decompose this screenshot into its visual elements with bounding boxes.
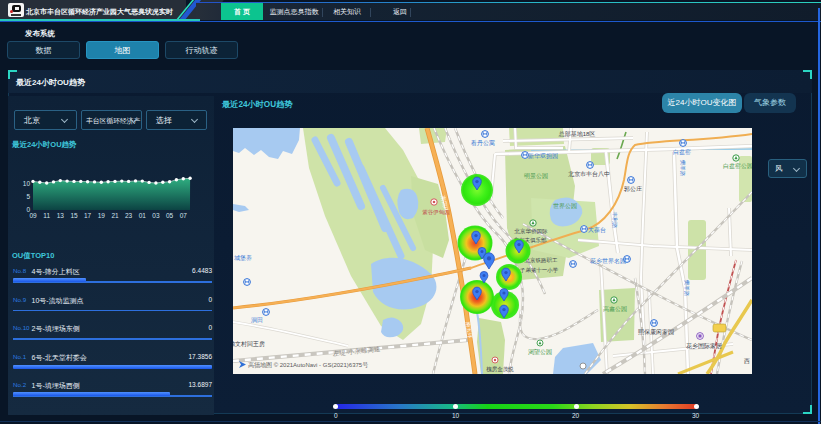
svg-text:15: 15 xyxy=(70,212,78,219)
svg-text:05: 05 xyxy=(166,212,174,219)
svg-text:紫谷伊甸园: 紫谷伊甸园 xyxy=(422,209,450,216)
svg-text:看丹公寓: 看丹公寓 xyxy=(470,139,495,147)
svg-text:花乡世界名园: 花乡世界名园 xyxy=(590,258,626,265)
svg-text:槐房金茂悦: 槐房金茂悦 xyxy=(486,366,514,373)
svg-text:独文村回王房: 独文村回王房 xyxy=(233,340,265,348)
svg-text:07: 07 xyxy=(180,212,188,219)
svg-text:白盆窑公园: 白盆窑公园 xyxy=(723,162,752,170)
svg-text:03: 03 xyxy=(152,212,160,219)
svg-text:19: 19 xyxy=(98,212,106,219)
svg-text:熙保康闲家园: 熙保康闲家园 xyxy=(638,328,674,336)
svg-text:北京市丰台八中: 北京市丰台八中 xyxy=(568,170,610,178)
svg-text:樊羊路: 樊羊路 xyxy=(680,160,686,177)
svg-text:09: 09 xyxy=(29,212,37,219)
svg-text:大葆台: 大葆台 xyxy=(588,226,606,234)
svg-text:子弟第十一小学: 子弟第十一小学 xyxy=(520,267,559,273)
svg-text:新华双拥园: 新华双拥园 xyxy=(528,152,558,160)
svg-text:城堡养: 城堡养 xyxy=(234,254,252,261)
svg-text:西: 西 xyxy=(744,358,750,365)
svg-text:明景公园: 明景公园 xyxy=(524,173,548,180)
svg-text:10: 10 xyxy=(23,180,31,187)
svg-text:北京华侨国际: 北京华侨国际 xyxy=(514,228,549,235)
svg-text:世界公园: 世界公园 xyxy=(553,203,577,210)
svg-text:花乡国际家居: 花乡国际家居 xyxy=(686,342,722,350)
svg-text:洄田: 洄田 xyxy=(251,317,263,324)
svg-text:丰利路: 丰利路 xyxy=(612,212,618,229)
svg-text:21: 21 xyxy=(111,212,119,219)
svg-text:01: 01 xyxy=(139,212,147,219)
svg-text:11: 11 xyxy=(43,212,50,219)
svg-text:高鑫公园: 高鑫公园 xyxy=(603,305,627,313)
svg-text:23: 23 xyxy=(125,212,133,219)
svg-text:13: 13 xyxy=(57,212,65,219)
svg-text:白盆窑: 白盆窑 xyxy=(673,148,691,156)
svg-text:郭公庄: 郭公庄 xyxy=(623,185,642,193)
svg-text:总部基地18区: 总部基地18区 xyxy=(558,130,596,138)
svg-text:高德地图 © 2021AutoNavi - GS(2021): 高德地图 © 2021AutoNavi - GS(2021)6375号 xyxy=(248,361,368,369)
svg-text:5: 5 xyxy=(26,193,30,200)
svg-text:渴望公园: 渴望公园 xyxy=(528,348,552,356)
svg-text:樊羊路: 樊羊路 xyxy=(684,280,690,297)
svg-text:17: 17 xyxy=(84,212,92,219)
svg-text:北京铁路职工: 北京铁路职工 xyxy=(524,257,559,264)
